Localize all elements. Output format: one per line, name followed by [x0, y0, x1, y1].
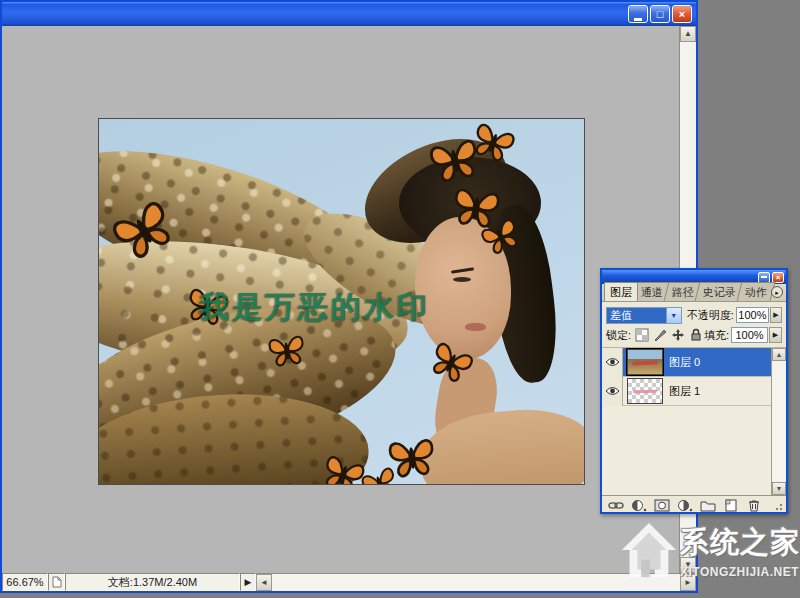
opacity-input[interactable]: 100%: [736, 307, 769, 323]
horizontal-scrollbar[interactable]: ◄ ►: [256, 573, 696, 591]
window-controls: □ ×: [628, 5, 692, 23]
tab-label: 路径: [672, 285, 694, 300]
lock-pixels-icon[interactable]: [653, 328, 667, 342]
layer-row[interactable]: 图层 1: [602, 377, 771, 406]
scroll-up-button[interactable]: ▲: [772, 348, 786, 361]
photo-canvas[interactable]: 我是万恶的水印: [98, 118, 585, 485]
layer-mask-icon[interactable]: [654, 498, 670, 511]
lips-shape: [465, 323, 486, 331]
new-group-icon[interactable]: [700, 498, 716, 511]
tab-label: 史记录: [703, 285, 736, 300]
tab-actions[interactable]: 动作: [737, 282, 776, 301]
logo-title: 系统之家: [680, 523, 800, 563]
panel-minimize-button[interactable]: [758, 272, 770, 283]
lock-position-icon[interactable]: [671, 328, 685, 342]
scroll-up-button[interactable]: ▲: [680, 26, 696, 42]
scroll-left-button[interactable]: ◄: [256, 574, 272, 591]
scroll-down-button[interactable]: ▼: [772, 482, 786, 495]
eye-icon: [605, 386, 620, 396]
chevron-down-icon[interactable]: ▼: [666, 308, 681, 323]
minimize-button[interactable]: [628, 5, 648, 23]
blend-mode-value: 差值: [607, 308, 666, 323]
eye-shape: [453, 277, 471, 282]
horizontal-scroll-track[interactable]: [272, 574, 680, 591]
fill-input[interactable]: 100%: [731, 327, 768, 343]
scroll-down-button[interactable]: ▼: [680, 557, 696, 573]
close-icon: ×: [673, 7, 691, 22]
tab-label: 动作: [745, 285, 767, 300]
opacity-label: 不透明度:: [687, 308, 734, 323]
document-titlebar[interactable]: □ ×: [2, 2, 696, 26]
layers-panel-controls: 差值 ▼ 不透明度: 100% ▶ 锁定:: [602, 302, 786, 348]
lock-all-icon[interactable]: [689, 328, 703, 342]
layers-panel-footer: [602, 495, 786, 512]
visibility-toggle[interactable]: [602, 348, 623, 377]
maximize-icon: □: [651, 7, 669, 22]
lock-transparency-icon[interactable]: [635, 328, 649, 342]
status-menu-arrow[interactable]: ▶: [240, 573, 256, 591]
close-button[interactable]: ×: [672, 5, 692, 23]
layer-thumbnail[interactable]: [627, 378, 663, 404]
scroll-right-button[interactable]: ►: [680, 574, 696, 591]
close-icon: ×: [776, 273, 781, 282]
fill-slider-button[interactable]: ▶: [769, 327, 782, 343]
panel-close-button[interactable]: ×: [772, 272, 784, 283]
lock-buttons: [635, 328, 703, 342]
fill-label: 填充:: [704, 328, 729, 343]
layer-name: 图层 0: [669, 355, 700, 370]
canvas-area: 我是万恶的水印 ▲ ▼: [2, 26, 696, 573]
document-size-info: 文档:1.37M/2.40M: [65, 573, 240, 591]
panel-menu-button[interactable]: ▸: [771, 286, 783, 298]
delete-layer-icon[interactable]: [746, 498, 762, 511]
new-layer-icon[interactable]: [723, 498, 739, 511]
lock-label: 锁定:: [606, 328, 631, 343]
tab-layers[interactable]: 图层: [604, 282, 638, 301]
status-bar: 66.67% 文档:1.37M/2.40M ▶ ◄ ►: [2, 573, 696, 591]
adjustment-layer-icon[interactable]: [677, 498, 693, 511]
zoom-level-field[interactable]: 66.67%: [2, 573, 48, 591]
layer-thumbnail[interactable]: [627, 349, 663, 375]
butterfly-icon: [265, 330, 310, 371]
page-icon: [52, 576, 62, 588]
maximize-button[interactable]: □: [650, 5, 670, 23]
tab-label: 图层: [610, 285, 632, 300]
layers-list: 图层 0 图层 1 ▲ ▼: [602, 348, 786, 495]
layers-panel: × 图层 通道 路径 史记录 动作 ▸ 差值 ▼ 不透明度: 100% ▶ 锁定…: [600, 268, 788, 514]
link-layers-icon[interactable]: [608, 498, 624, 511]
tab-label: 通道: [641, 285, 663, 300]
blend-mode-select[interactable]: 差值 ▼: [606, 307, 682, 324]
layer-style-icon[interactable]: [631, 498, 647, 511]
eye-icon: [605, 357, 620, 367]
layers-scrollbar[interactable]: ▲ ▼: [771, 348, 786, 495]
logo-text: 系统之家 XITONGZHIJIA.NET: [680, 523, 800, 579]
status-doc-icon: [48, 573, 65, 591]
panel-tabs: 图层 通道 路径 史记录 动作 ▸: [602, 284, 786, 302]
image-watermark-text: 我是万恶的水印: [199, 287, 430, 328]
layer-row[interactable]: 图层 0: [602, 348, 771, 377]
panel-resize-grip[interactable]: [775, 501, 785, 511]
layer-name: 图层 1: [669, 384, 700, 399]
logo-url: XITONGZHIJIA.NET: [680, 565, 800, 579]
visibility-toggle[interactable]: [602, 377, 623, 406]
document-window: □ ×: [0, 0, 698, 593]
opacity-slider-button[interactable]: ▶: [770, 307, 782, 323]
